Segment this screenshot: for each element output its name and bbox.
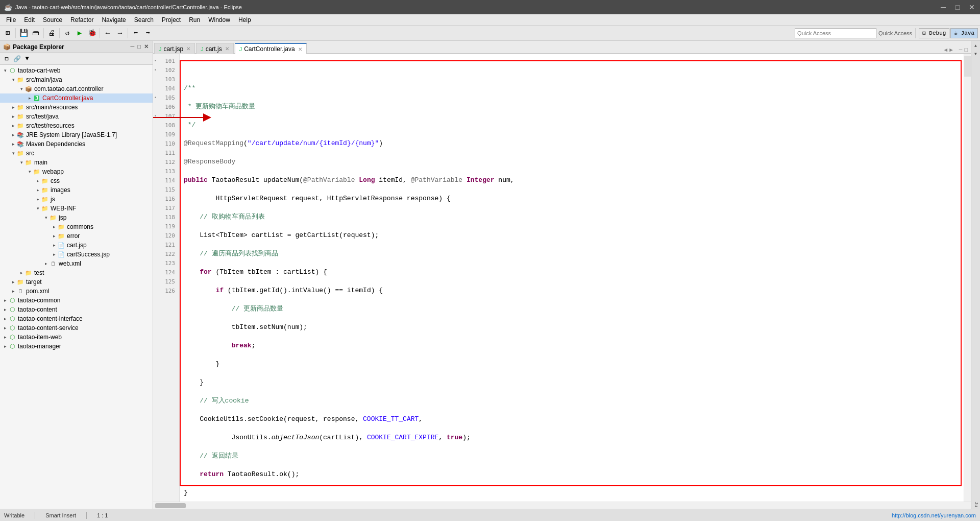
close-button[interactable]: ✕ bbox=[968, 3, 976, 11]
tree-item-taotao-content-interface[interactable]: ▸⬡taotao-content-interface bbox=[0, 314, 153, 323]
tree-item-test[interactable]: ▸📁test bbox=[0, 268, 153, 277]
tab-controls-right: ◀ ▶ ─ □ bbox=[944, 46, 970, 53]
package-explorer-header: 📦 Package Explorer ─ □ ✕ bbox=[0, 41, 153, 53]
tree-item-src-main-java[interactable]: ▾📁src/main/java bbox=[0, 75, 153, 84]
tree-item-cartSuccess.jsp[interactable]: ▸📄cartSuccess.jsp bbox=[0, 250, 153, 259]
quick-access-input[interactable] bbox=[795, 28, 876, 38]
editor-scrollbar[interactable] bbox=[964, 54, 971, 502]
tree-item-CartController.java[interactable]: ▸JCartController.java bbox=[0, 93, 153, 103]
tree-item-jsp[interactable]: ▾📁jsp bbox=[0, 213, 153, 222]
debug-button[interactable]: 🐞 bbox=[86, 28, 97, 39]
tree-item-images[interactable]: ▸📁images bbox=[0, 185, 153, 195]
tree-item-commons[interactable]: ▸📁commons bbox=[0, 222, 153, 231]
tree-item-jre-system-library[interactable]: ▸📚JRE System Library [JavaSE-1.7] bbox=[0, 130, 153, 139]
tree-item-WEB-INF[interactable]: ▾📁WEB-INF bbox=[0, 204, 153, 213]
code-line-108: HttpServletRequest request, HttpServletR… bbox=[184, 194, 964, 203]
tree-label: main bbox=[34, 159, 47, 166]
menu-file[interactable]: File bbox=[2, 15, 20, 25]
tree-label: JRE System Library [JavaSE-1.7] bbox=[26, 131, 117, 138]
save-button[interactable]: 💾 bbox=[18, 28, 29, 39]
next-edit-button[interactable]: ➡ bbox=[142, 28, 154, 39]
rsb-java-button[interactable]: Ju bbox=[972, 501, 979, 508]
tree-arrow: ▾ bbox=[18, 160, 24, 165]
collapse-all-button[interactable]: ⊟ bbox=[2, 54, 11, 63]
tree-item-taotao-item-web[interactable]: ▸⬡taotao-item-web bbox=[0, 333, 153, 342]
tree-icon: 📁 bbox=[16, 149, 24, 157]
tree-item-src-main-resources[interactable]: ▸📁src/main/resources bbox=[0, 103, 153, 112]
menu-refactor[interactable]: Refactor bbox=[66, 15, 97, 25]
tree-arrow: ▸ bbox=[10, 123, 16, 128]
minimize-panel-button[interactable]: ─ bbox=[130, 43, 136, 50]
tree-item-target[interactable]: ▸📁target bbox=[0, 277, 153, 287]
tree-item-maven-dependencies[interactable]: ▸📚Maven Dependencies bbox=[0, 139, 153, 149]
code-line-104: */ bbox=[184, 121, 964, 130]
minimize-button[interactable]: ─ bbox=[939, 3, 947, 11]
back-button[interactable]: ← bbox=[102, 28, 113, 39]
tree-item-taotao-content-service[interactable]: ▸⬡taotao-content-service bbox=[0, 323, 153, 333]
menu-edit[interactable]: Edit bbox=[20, 15, 39, 25]
rsb-button-2[interactable]: ▼ bbox=[972, 50, 979, 57]
tree-arrow: ▾ bbox=[2, 68, 8, 73]
tree-item-js[interactable]: ▸📁js bbox=[0, 195, 153, 204]
tree-item-cart.jsp[interactable]: ▸📄cart.jsp bbox=[0, 241, 153, 250]
tree-item-taotao-cart-web[interactable]: ▾⬡taotao-cart-web bbox=[0, 66, 153, 75]
menu-source[interactable]: Source bbox=[39, 15, 66, 25]
tree-label: Maven Dependencies bbox=[26, 140, 85, 148]
java-perspective-button[interactable]: ☕ Java bbox=[950, 28, 978, 38]
cart-js-tab-close[interactable]: ✕ bbox=[225, 46, 229, 52]
new-button[interactable]: ⊞ bbox=[2, 28, 13, 39]
menu-window[interactable]: Window bbox=[204, 15, 234, 25]
rsb-button-1[interactable]: ▲ bbox=[972, 42, 979, 49]
tree-item-taotao-common[interactable]: ▸⬡taotao-common bbox=[0, 296, 153, 305]
toolbar-separator-1 bbox=[15, 28, 16, 38]
forward-button[interactable]: → bbox=[114, 28, 126, 39]
print-button[interactable]: 🖨 bbox=[46, 28, 57, 39]
tree-item-css[interactable]: ▸📁css bbox=[0, 176, 153, 185]
tree-item-error[interactable]: ▸📁error bbox=[0, 231, 153, 241]
horizontal-scroll-thumb[interactable] bbox=[155, 503, 186, 508]
tree-item-src-test-java[interactable]: ▸📁src/test/java bbox=[0, 112, 153, 121]
tree-item-pom.xml[interactable]: ▸🗒pom.xml bbox=[0, 287, 153, 296]
menu-navigate[interactable]: Navigate bbox=[97, 15, 130, 25]
save-all-button[interactable]: 🗃 bbox=[30, 28, 41, 39]
link-with-editor-button[interactable]: 🔗 bbox=[12, 54, 21, 63]
maximize-panel-button[interactable]: □ bbox=[136, 43, 142, 50]
prev-edit-button[interactable]: ⬅ bbox=[130, 28, 141, 39]
menu-project[interactable]: Project bbox=[158, 15, 185, 25]
close-panel-button[interactable]: ✕ bbox=[143, 43, 150, 50]
tree-icon: 📁 bbox=[49, 214, 57, 222]
tree-item-taotao-content[interactable]: ▸⬡taotao-content bbox=[0, 305, 153, 314]
tree-item-webapp[interactable]: ▾📁webapp bbox=[0, 167, 153, 176]
tab-minimize[interactable]: ─ bbox=[959, 47, 963, 53]
tree-item-com.taotao.cart.controller[interactable]: ▾📦com.taotao.cart.controller bbox=[0, 84, 153, 93]
line-num-126: 126 bbox=[153, 286, 179, 295]
menu-search[interactable]: Search bbox=[130, 15, 158, 25]
tree-item-src[interactable]: ▾📁src bbox=[0, 149, 153, 158]
code-line-121: JsonUtils.objectToJson(cartList), COOKIE… bbox=[184, 433, 964, 442]
run-button[interactable]: ▶ bbox=[74, 28, 85, 39]
tab-maximize[interactable]: □ bbox=[964, 47, 968, 53]
tree-item-main[interactable]: ▾📁main bbox=[0, 158, 153, 167]
line-num-117: 117 bbox=[153, 203, 179, 212]
tab-cart-js[interactable]: J cart.js ✕ bbox=[196, 43, 234, 54]
cart-jsp-tab-close[interactable]: ✕ bbox=[186, 46, 190, 52]
tree-item-src-test-resources[interactable]: ▸📁src/test/resources bbox=[0, 121, 153, 130]
tree-item-web.xml[interactable]: ▸🗒web.xml bbox=[0, 259, 153, 268]
maximize-button[interactable]: □ bbox=[953, 3, 962, 11]
main-area: 📦 Package Explorer ─ □ ✕ ⊟ 🔗 ▼ ▾⬡taotao-… bbox=[0, 41, 980, 509]
tab-arrow-right[interactable]: ▶ bbox=[949, 46, 953, 53]
view-menu-button[interactable]: ▼ bbox=[22, 54, 32, 63]
menu-help[interactable]: Help bbox=[234, 15, 255, 25]
tab-cartcontroller-java[interactable]: J CartController.java ✕ bbox=[235, 43, 307, 54]
menu-run[interactable]: Run bbox=[185, 15, 204, 25]
cartcontroller-java-tab-close[interactable]: ✕ bbox=[298, 46, 302, 52]
tab-cart-jsp[interactable]: J cart.jsp ✕ bbox=[154, 43, 195, 54]
code-content-area[interactable]: /** * 更新购物车商品数量 */ @RequestMapping("/car… bbox=[180, 54, 964, 502]
line-num-110: 110 bbox=[153, 139, 179, 148]
horizontal-scrollbar[interactable] bbox=[153, 502, 971, 509]
refresh-button[interactable]: ↺ bbox=[62, 28, 73, 39]
debug-perspective-button[interactable]: ⊡ Debug bbox=[919, 28, 949, 38]
line-num-103: 103 bbox=[153, 75, 179, 84]
tab-arrow-left[interactable]: ◀ bbox=[944, 46, 948, 53]
tree-item-taotao-manager[interactable]: ▸⬡taotao-manager bbox=[0, 342, 153, 351]
